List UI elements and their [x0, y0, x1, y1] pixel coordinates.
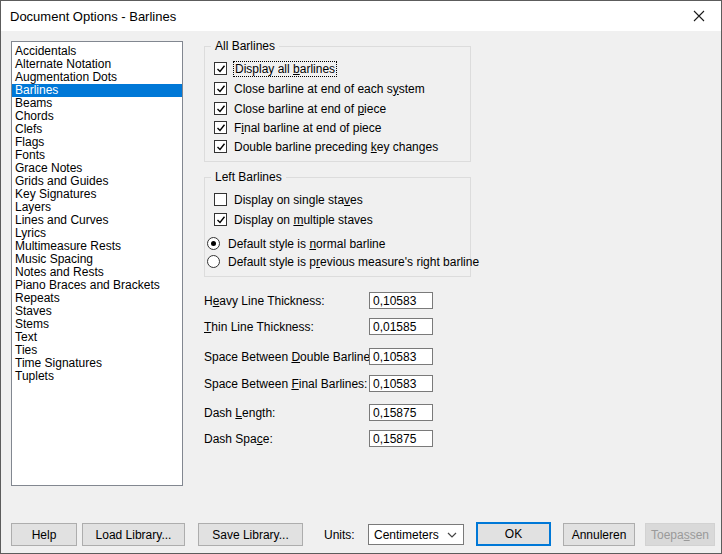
checkbox-label: Display on multiple staves [234, 213, 373, 227]
input-space-between-final-barlines[interactable] [369, 375, 433, 392]
checkbox-final-barline-end-piece[interactable]: Final barline at end of piece [214, 120, 381, 135]
group-title: All Barlines [211, 39, 279, 53]
field-label-space-between-double-barlines: Space Between Double Barlines: [204, 350, 379, 365]
input-dash-space[interactable] [369, 430, 433, 447]
checkbox-checked-icon [214, 121, 227, 134]
list-item[interactable]: Text [12, 331, 182, 344]
checkbox-label: Double barline preceding key changes [234, 140, 438, 154]
load-library-button[interactable]: Load Library... [82, 523, 185, 546]
field-label-dash-space: Dash Space: [204, 432, 273, 447]
radio-unselected-icon [207, 255, 220, 268]
list-item[interactable]: Tuplets [12, 370, 182, 383]
checkbox-display-multiple-staves[interactable]: Display on multiple staves [214, 212, 373, 227]
checkbox-unchecked-icon [214, 193, 227, 206]
field-label-dash-length: Dash Length: [204, 406, 275, 421]
close-icon [693, 10, 705, 22]
checkbox-checked-icon [214, 213, 227, 226]
checkbox-display-single-staves[interactable]: Display on single staves [214, 192, 363, 207]
titlebar[interactable]: Document Options - Barlines [1, 1, 721, 31]
save-library-button[interactable]: Save Library... [198, 523, 303, 546]
radio-default-previous-right-barline[interactable]: Default style is previous measure's righ… [207, 254, 479, 269]
radio-default-normal-barline[interactable]: Default style is normal barline [207, 236, 385, 251]
checkbox-label: Close barline at end of each system [234, 82, 425, 96]
units-selected-value: Centimeters [369, 528, 441, 542]
cancel-button[interactable]: Annuleren [563, 523, 635, 546]
group-title: Left Barlines [211, 170, 286, 184]
checkbox-close-barline-end-piece[interactable]: Close barline at end of piece [214, 101, 386, 116]
checkbox-label: Display on single staves [234, 193, 363, 207]
radio-selected-icon [207, 237, 220, 250]
checkbox-checked-icon [214, 140, 227, 153]
chevron-down-icon [441, 532, 463, 538]
checkbox-checked-icon [214, 102, 227, 115]
field-label-heavy-line-thickness: Heavy Line Thickness: [204, 294, 325, 309]
field-label-thin-line-thickness: Thin Line Thickness: [204, 320, 314, 335]
checkbox-display-all-barlines[interactable]: Display all barlines [214, 61, 336, 76]
units-label: Units: [324, 528, 355, 542]
checkbox-checked-icon [214, 62, 227, 75]
field-label-space-between-final-barlines: Space Between Final Barlines: [204, 377, 367, 392]
apply-button: Toepassen [645, 523, 715, 546]
checkbox-close-barline-each-system[interactable]: Close barline at end of each system [214, 81, 425, 96]
group-left-barlines: Left Barlines Display on single staves D… [204, 177, 471, 277]
group-all-barlines: All Barlines Display all barlines Close … [204, 46, 471, 162]
help-button[interactable]: Help [11, 523, 77, 546]
radio-label: Default style is previous measure's righ… [228, 255, 479, 269]
checkbox-label: Display all barlines [234, 62, 336, 76]
ok-button[interactable]: OK [476, 522, 551, 546]
checkbox-label: Close barline at end of piece [234, 102, 386, 116]
window-title: Document Options - Barlines [1, 9, 176, 24]
close-button[interactable] [676, 1, 721, 31]
units-combobox[interactable]: Centimeters [368, 524, 464, 545]
radio-label: Default style is normal barline [228, 237, 385, 251]
checkbox-checked-icon [214, 82, 227, 95]
input-dash-length[interactable] [369, 404, 433, 421]
list-item[interactable]: Stems [12, 318, 182, 331]
category-list[interactable]: Accidentals Alternate Notation Augmentat… [11, 41, 183, 486]
document-options-dialog: Document Options - Barlines Accidentals … [0, 0, 722, 554]
input-space-between-double-barlines[interactable] [369, 348, 433, 365]
checkbox-label: Final barline at end of piece [234, 121, 381, 135]
input-heavy-line-thickness[interactable] [369, 292, 433, 309]
input-thin-line-thickness[interactable] [369, 318, 433, 335]
checkbox-double-barline-key-changes[interactable]: Double barline preceding key changes [214, 139, 438, 154]
